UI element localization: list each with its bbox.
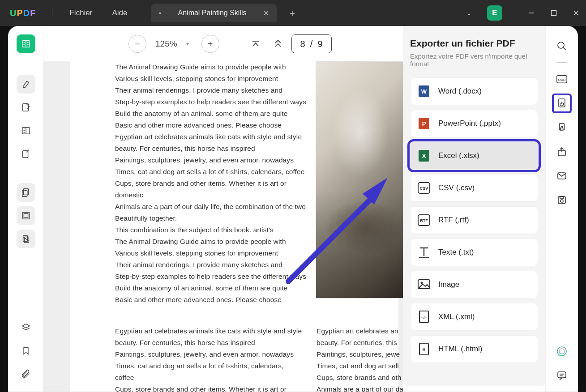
- export-label: RTF (.rtf): [438, 216, 469, 225]
- svg-point-34: [560, 200, 563, 202]
- export-image[interactable]: Image: [410, 271, 538, 298]
- export-label: HTML (.html): [438, 345, 483, 354]
- close-button[interactable]: [566, 0, 586, 26]
- zoom-out-button[interactable]: −: [128, 35, 146, 53]
- svg-text:W: W: [421, 88, 427, 95]
- document-area[interactable]: The Animal Drawing Guide aims to provide…: [43, 61, 403, 392]
- svg-text:OCR: OCR: [558, 78, 565, 82]
- tab-dropdown-icon[interactable]: ▾: [159, 11, 161, 16]
- menu-help[interactable]: Aide: [102, 9, 137, 17]
- save-button[interactable]: [552, 190, 572, 210]
- crop-tool-button[interactable]: [17, 206, 35, 225]
- zoom-dropdown-icon[interactable]: ▾: [186, 41, 189, 47]
- zoom-value[interactable]: 125%: [155, 39, 177, 49]
- export-label: Word (.docx): [438, 87, 482, 96]
- maximize-button[interactable]: [544, 0, 564, 26]
- layers-button[interactable]: [17, 318, 35, 337]
- tab-title: Animal Painting Skills: [178, 9, 247, 17]
- attachment-button[interactable]: [17, 365, 35, 383]
- word-icon: W: [418, 85, 430, 98]
- new-tab-button[interactable]: ＋: [288, 7, 297, 19]
- csv-icon: CSV: [418, 182, 430, 194]
- text-icon: [418, 246, 430, 259]
- prev-page-button[interactable]: [269, 35, 287, 53]
- export-label: PowerPoint (.pptx): [438, 119, 501, 128]
- ppt-icon: P: [418, 117, 430, 130]
- doc-text-block-2: Egyptian art celebrates animals like cat…: [115, 325, 303, 392]
- doc-text-block-3: Egyptian art celebrates anbeauty. For ce…: [317, 325, 403, 392]
- export-word[interactable]: WWord (.docx): [410, 77, 538, 105]
- document-tab[interactable]: ▾ Animal Painting Skills ✕: [151, 4, 278, 22]
- image-icon: [418, 278, 430, 291]
- export-html[interactable]: HHTML (.html): [410, 335, 538, 363]
- ocr-button[interactable]: OCR: [552, 69, 572, 89]
- svg-rect-20: [24, 213, 28, 217]
- export-rtf[interactable]: RTFRTF (.rtf): [410, 206, 538, 234]
- pages-tool-button[interactable]: [17, 183, 35, 202]
- export-panel: Exporter un fichier PDF Exportez votre P…: [403, 26, 545, 386]
- export-xml[interactable]: </>XML (.xml): [410, 303, 538, 331]
- export-excel[interactable]: XExcel (.xlsx): [410, 142, 538, 170]
- page-input[interactable]: [291, 34, 332, 53]
- svg-rect-29: [559, 124, 564, 130]
- titlebar: UPDF Fichier Aide ▾ Animal Painting Skil…: [0, 0, 586, 26]
- separator: [515, 8, 515, 18]
- right-sidebar: OCR: [545, 26, 577, 392]
- export-label: CSV (.csv): [438, 183, 475, 192]
- svg-rect-1: [552, 11, 556, 16]
- svg-rect-30: [560, 128, 563, 131]
- reader-mode-button[interactable]: [17, 34, 35, 53]
- comment-button[interactable]: [552, 366, 572, 385]
- export-title: Exporter un fichier PDF: [410, 38, 538, 49]
- export-powerpoint[interactable]: PPowerPoint (.pptx): [410, 110, 538, 137]
- rtf-icon: RTF: [418, 214, 430, 226]
- html-icon: H: [418, 343, 430, 355]
- main-frame: OCR − 125% ▾ + The Animal Drawing Guide …: [8, 26, 578, 392]
- close-icon[interactable]: ✕: [263, 9, 269, 17]
- export-label: Excel (.xlsx): [438, 151, 479, 160]
- xml-icon: </>: [418, 311, 430, 323]
- ai-assistant-button[interactable]: [552, 341, 572, 361]
- form-tool-button[interactable]: [17, 121, 35, 140]
- svg-rect-17: [23, 189, 28, 195]
- tab-overflow-icon[interactable]: ⌄: [460, 9, 478, 17]
- export-pdf-button[interactable]: [552, 94, 572, 113]
- export-label: XML (.xml): [438, 312, 475, 321]
- svg-point-24: [558, 42, 564, 48]
- svg-point-54: [421, 282, 423, 284]
- separator: [52, 8, 52, 18]
- protect-button[interactable]: [552, 118, 572, 137]
- export-csv[interactable]: CSVCSV (.csv): [410, 174, 538, 202]
- edit-tool-button[interactable]: [17, 98, 35, 117]
- separator: [233, 36, 233, 51]
- export-text[interactable]: Texte (.txt): [410, 239, 538, 266]
- organize-tool-button[interactable]: [17, 145, 35, 163]
- email-button[interactable]: [552, 166, 572, 186]
- user-avatar[interactable]: E: [487, 5, 502, 21]
- export-subtitle: Exportez votre PDF vers n'importe quel f…: [410, 52, 538, 68]
- search-button[interactable]: [552, 36, 572, 56]
- svg-rect-18: [22, 190, 27, 196]
- svg-line-25: [563, 47, 566, 50]
- redact-tool-button[interactable]: [17, 230, 35, 248]
- svg-text:</>: </>: [421, 315, 427, 320]
- menu-file[interactable]: Fichier: [60, 9, 102, 17]
- svg-rect-36: [558, 372, 566, 378]
- export-label: Texte (.txt): [438, 248, 474, 257]
- share-button[interactable]: [552, 142, 572, 162]
- separator: [556, 62, 567, 63]
- svg-text:X: X: [422, 153, 426, 159]
- bookmark-button[interactable]: [17, 341, 35, 360]
- first-page-button[interactable]: [247, 35, 265, 53]
- zoom-in-button[interactable]: +: [201, 35, 219, 53]
- svg-text:P: P: [422, 120, 426, 127]
- excel-icon: X: [418, 149, 430, 162]
- export-label: Image: [438, 280, 459, 289]
- left-sidebar: [9, 26, 43, 392]
- minimize-button[interactable]: [522, 0, 541, 26]
- svg-text:CSV: CSV: [420, 186, 428, 191]
- svg-text:RTF: RTF: [420, 218, 428, 223]
- document-page: The Animal Drawing Guide aims to provide…: [70, 61, 398, 392]
- highlight-tool-button[interactable]: [17, 75, 35, 94]
- svg-rect-35: [560, 196, 564, 198]
